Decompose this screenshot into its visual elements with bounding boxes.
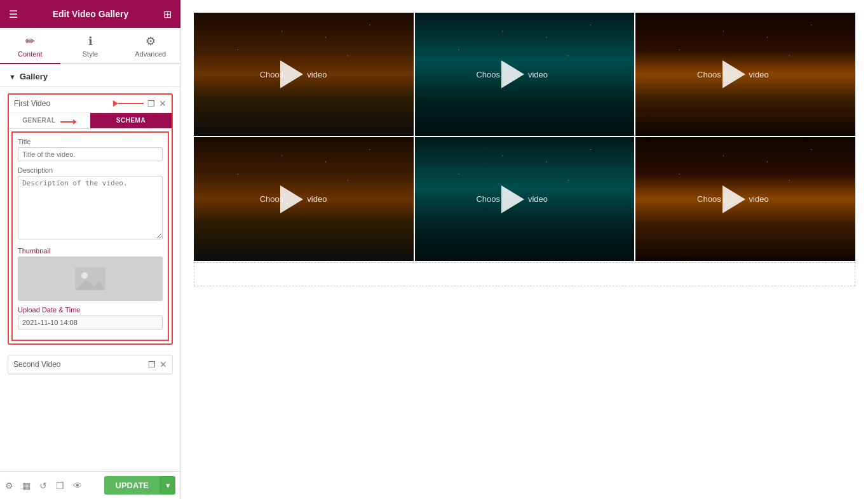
- copy-second-video-icon[interactable]: ❐: [148, 360, 156, 369]
- description-textarea[interactable]: [18, 176, 163, 239]
- advanced-icon: ⚙: [146, 34, 156, 48]
- description-field-group: Description: [18, 166, 163, 242]
- second-video-card: Second Video ❐ ✕: [8, 355, 173, 375]
- upload-date-label: Upload Date & Time: [18, 306, 163, 314]
- svg-point-1: [81, 272, 88, 279]
- upload-date-value[interactable]: 2021-11-10 14:08: [18, 316, 163, 329]
- schema-tabs: GENERAL SCHEMA: [9, 113, 172, 129]
- style-icon: ℹ: [88, 34, 93, 48]
- upload-date-group: Upload Date & Time 2021-11-10 14:08: [18, 306, 163, 329]
- play-icon-6: [722, 185, 745, 213]
- choose-label-5: Choos: [476, 194, 500, 204]
- thumbnail-label: Thumbnail: [18, 247, 163, 255]
- play-overlay-2: video: [501, 60, 548, 88]
- title-input[interactable]: [18, 147, 163, 161]
- thumbnail-field-group: Thumbnail: [18, 247, 163, 301]
- panel-tabs: ✏ Content ℹ Style ⚙ Advanced: [0, 28, 180, 64]
- first-video-title: First Video: [14, 99, 113, 108]
- section-arrow-icon: ▼: [9, 73, 16, 81]
- tab-style[interactable]: ℹ Style: [60, 28, 121, 63]
- toolbar-left-icons: ⚙ ▦ ↺ ❒ 👁: [5, 481, 82, 491]
- choose-video-text-2: video: [528, 70, 548, 79]
- video-thumb-2[interactable]: video Choos: [415, 13, 635, 136]
- header-bar: ☰ Edit Video Gallery ⊞: [0, 0, 180, 28]
- video-thumb-5[interactable]: video Choos: [415, 137, 635, 260]
- play-icon-5: [501, 185, 524, 213]
- play-overlay-5: video: [501, 185, 548, 213]
- choose-video-text-1: video: [307, 70, 327, 79]
- tab-advanced[interactable]: ⚙ Advanced: [120, 28, 180, 63]
- play-icon-2: [501, 60, 524, 88]
- title-label: Title: [18, 138, 163, 145]
- choose-video-text-3: video: [749, 70, 769, 79]
- play-overlay-3: video: [722, 60, 769, 88]
- sidebar-content: First Video ❐ ✕ GENERAL: [0, 87, 180, 471]
- play-overlay-6: video: [722, 185, 769, 213]
- choose-label-2: Choos: [476, 70, 500, 79]
- description-label: Description: [18, 166, 163, 174]
- first-video-actions: ❐ ✕: [147, 98, 166, 109]
- general-tab[interactable]: GENERAL: [9, 113, 90, 128]
- close-first-video-button[interactable]: ✕: [159, 98, 166, 109]
- choose-video-text-6: video: [749, 194, 769, 204]
- gallery-title: Gallery: [20, 72, 48, 81]
- play-overlay-1: video: [280, 60, 327, 88]
- schema-form: Title Description Thumbnail: [11, 131, 169, 341]
- undo-toolbar-icon[interactable]: ↺: [39, 481, 47, 491]
- schema-tab[interactable]: SCHEMA: [90, 113, 172, 128]
- hamburger-icon[interactable]: ☰: [9, 8, 18, 20]
- second-video-title: Second Video: [13, 360, 148, 369]
- play-icon-4: [280, 185, 303, 213]
- layers-toolbar-icon[interactable]: ▦: [22, 481, 31, 491]
- page-title: Edit Video Gallery: [53, 9, 129, 19]
- video-thumb-1[interactable]: video Choos: [194, 13, 414, 136]
- close-second-video-button[interactable]: ✕: [159, 359, 167, 369]
- update-button-group: UPDATE ▾: [104, 476, 175, 495]
- content-icon: ✏: [25, 34, 35, 48]
- video-thumb-3[interactable]: video Choos: [635, 13, 855, 136]
- video-grid: video Choos video Choos video Choos vide…: [194, 13, 855, 261]
- choose-video-text-5: video: [528, 194, 548, 204]
- play-overlay-4: video: [280, 185, 327, 213]
- first-video-header: First Video ❐ ✕: [9, 95, 172, 113]
- add-item-row[interactable]: [194, 262, 855, 286]
- first-video-card: First Video ❐ ✕ GENERAL: [8, 93, 173, 345]
- play-icon-3: [722, 60, 745, 88]
- choose-label-6: Choos: [697, 194, 721, 204]
- grid-icon[interactable]: ⊞: [163, 8, 172, 20]
- duplicate-toolbar-icon[interactable]: ❒: [56, 481, 64, 491]
- gallery-section-header: ▼ Gallery: [0, 64, 180, 87]
- bottom-toolbar: ⚙ ▦ ↺ ❒ 👁 UPDATE ▾: [0, 471, 180, 499]
- thumbnail-placeholder[interactable]: [18, 256, 163, 301]
- second-video-actions: ❐ ✕: [148, 359, 167, 369]
- second-video-header: Second Video ❐ ✕: [8, 356, 172, 374]
- video-thumb-6[interactable]: video Choos: [635, 137, 855, 260]
- tab-content[interactable]: ✏ Content: [0, 28, 60, 63]
- video-thumb-4[interactable]: video Choos: [194, 137, 414, 260]
- update-button[interactable]: UPDATE: [104, 476, 160, 495]
- settings-toolbar-icon[interactable]: ⚙: [5, 481, 13, 491]
- update-dropdown-button[interactable]: ▾: [160, 476, 175, 495]
- eye-toolbar-icon[interactable]: 👁: [73, 481, 82, 491]
- choose-video-text-4: video: [307, 194, 327, 204]
- title-field-group: Title: [18, 138, 163, 161]
- play-icon-1: [280, 60, 303, 88]
- copy-icon[interactable]: ❐: [147, 99, 155, 109]
- choose-label-3: Choos: [697, 70, 721, 79]
- main-content: video Choos video Choos video Choos vide…: [181, 0, 868, 499]
